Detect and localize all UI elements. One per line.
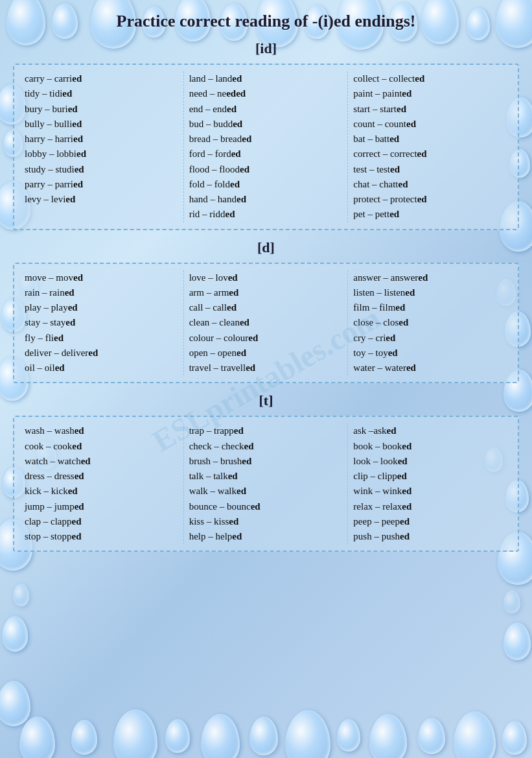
word-pair: bat – batted xyxy=(353,132,507,147)
word-base: trap – trapp xyxy=(189,425,234,436)
main-content: Practice correct reading of -(i)ed endin… xyxy=(0,0,532,570)
word-end: ed xyxy=(400,516,410,527)
word-base: rid – ridd xyxy=(189,209,226,219)
word-end: ed xyxy=(76,148,86,159)
word-pair: play – played xyxy=(25,300,178,315)
word-pair: call – called xyxy=(189,300,343,315)
word-pair: clip – clipped xyxy=(353,469,507,484)
word-base: stay – stay xyxy=(25,317,65,327)
word-base: ask –ask xyxy=(353,425,386,436)
word-base: clap – clapp xyxy=(25,516,71,527)
word-base: hand – hand xyxy=(189,194,237,204)
word-base: travel – travell xyxy=(189,362,246,373)
word-base: dress – dress xyxy=(25,471,75,481)
word-end: ed xyxy=(72,441,82,451)
word-end: ed xyxy=(237,348,246,358)
word-end: ed xyxy=(406,362,416,373)
word-base: oil – oil xyxy=(25,362,55,373)
word-pair: bury – buried xyxy=(25,102,178,117)
word-pair: colour – coloured xyxy=(189,331,343,346)
word-end: ed xyxy=(248,333,258,343)
word-col-1-2: answer – answeredlisten – listenedfilm –… xyxy=(348,270,513,376)
word-pair: kick – kicked xyxy=(25,484,178,499)
word-end: ed xyxy=(232,531,242,541)
word-base: flood – flood xyxy=(189,164,240,174)
word-end: ed xyxy=(65,194,75,204)
word-base: kick – kick xyxy=(25,486,68,496)
word-base: colour – colour xyxy=(189,333,249,343)
word-end: ed xyxy=(225,209,235,219)
word-end: ed xyxy=(398,456,408,466)
word-pair: book – booked xyxy=(353,439,507,454)
word-pair: rid – ridded xyxy=(189,207,343,222)
word-base: land – land xyxy=(189,73,233,84)
word-base: answer – answer xyxy=(353,272,418,283)
section-label-1: [d] xyxy=(13,239,519,256)
word-base: lobby – lobbi xyxy=(25,148,76,159)
word-base: water – water xyxy=(353,362,406,373)
word-base: open – open xyxy=(189,348,237,358)
word-grid-2: wash – washedcook – cookedwatch – watche… xyxy=(13,416,519,552)
word-end: ed xyxy=(54,333,64,343)
word-base: levy – levi xyxy=(25,194,65,204)
word-end: ed xyxy=(418,272,428,283)
word-pair: dress – dressed xyxy=(25,469,178,484)
word-base: bread – bread xyxy=(189,134,242,144)
word-base: film – film xyxy=(353,302,395,313)
word-pair: listen – listened xyxy=(353,285,507,300)
word-base: bounce – bounc xyxy=(189,501,251,512)
word-base: fly – fli xyxy=(25,333,54,343)
word-pair: relax – relaxed xyxy=(353,499,507,514)
word-base: test – test xyxy=(353,164,390,174)
section-label-2: [t] xyxy=(13,392,519,409)
word-base: bud – budd xyxy=(189,119,233,129)
word-end: ed xyxy=(88,348,98,358)
word-base: check – check xyxy=(189,441,244,451)
word-end: ed xyxy=(72,531,82,541)
word-end: ed xyxy=(75,471,84,481)
word-pair: fly – flied xyxy=(25,331,178,346)
word-base: deliver – deliver xyxy=(25,348,88,358)
word-end: ed xyxy=(230,179,240,189)
word-pair: watch – watched xyxy=(25,454,178,469)
word-pair: close – closed xyxy=(353,315,507,330)
word-pair: clap – clapped xyxy=(25,514,178,529)
word-base: pet – pett xyxy=(353,209,389,219)
word-base: clean – clean xyxy=(189,317,240,327)
word-grid-1: move – movedrain – rainedplay – playedst… xyxy=(13,263,519,384)
word-pair: fold – folded xyxy=(189,177,343,192)
word-col-0-0: carry – carriedtidy – tidiedbury – burie… xyxy=(19,71,184,222)
word-base: correct – correct xyxy=(353,148,417,159)
word-pair: ford – forded xyxy=(189,147,343,161)
word-pair: flood – flooded xyxy=(189,162,343,177)
word-pair: deliver – delivered xyxy=(25,346,178,361)
page-title: Practice correct reading of -(i)ed endin… xyxy=(13,6,519,31)
word-base: push – push xyxy=(353,531,400,541)
word-end: ed xyxy=(246,362,255,373)
word-pair: need – needed xyxy=(189,86,343,101)
word-col-0-1: land – landedneed – neededend – endedbud… xyxy=(184,71,349,222)
word-pair: lobby – lobbied xyxy=(25,147,178,161)
word-end: ed xyxy=(417,194,427,204)
word-end: ed xyxy=(399,317,408,327)
word-base: bat – batt xyxy=(353,134,389,144)
word-base: bully – bulli xyxy=(25,119,72,129)
word-base: talk – talk xyxy=(189,471,228,481)
word-base: cook – cook xyxy=(25,441,72,451)
word-pair: start – started xyxy=(353,102,507,117)
word-pair: tidy – tidied xyxy=(25,86,178,101)
word-pair: bread – breaded xyxy=(189,132,343,147)
word-base: wash – wash xyxy=(25,425,75,436)
word-base: call – call xyxy=(189,302,227,313)
word-end: ed xyxy=(397,471,407,481)
word-pair: move – moved xyxy=(25,270,178,285)
word-end: ed xyxy=(75,425,84,436)
word-grid-0: carry – carriedtidy – tidiedbury – burie… xyxy=(13,64,519,230)
word-pair: brush – brushed xyxy=(189,454,343,469)
word-base: study – studi xyxy=(25,164,75,174)
word-base: start – start xyxy=(353,104,397,114)
word-end: ed xyxy=(75,164,84,174)
word-base: listen – listen xyxy=(353,287,405,298)
word-end: ed xyxy=(229,287,238,298)
word-pair: bully – bullied xyxy=(25,117,178,132)
